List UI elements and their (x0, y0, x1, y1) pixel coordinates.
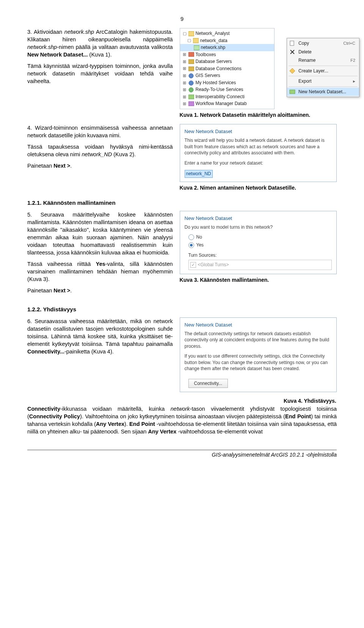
tree-node[interactable]: Database Connections (196, 66, 242, 72)
tree-node[interactable]: My Hosted Services (196, 80, 236, 86)
fig1-catalog-tree: ▢Network_Analyst ▢network_data network.s… (180, 28, 337, 109)
tree-node[interactable]: Network_Analyst (196, 30, 230, 37)
fig4-caption: Kuva 4. Yhdistävyys. (27, 397, 336, 405)
wizard-intro: This wizard will help you build a networ… (185, 137, 332, 156)
menu-create-layer[interactable]: Create Layer... (287, 67, 359, 75)
s1-p2: Tämä käynnistää wizard-tyyppisen toiminn… (27, 62, 173, 85)
fig1-caption: Kuva 1. Network Datasetin määrittelyn al… (180, 111, 337, 119)
tree-node[interactable]: Ready-To-Use Services (196, 86, 243, 93)
s3-p1: 5. Seuraava määrittelyvaihe koskee käänn… (27, 211, 173, 256)
page-footer: GIS-analyysimenetelmät ArcGIS 10.2.1 -oh… (27, 450, 337, 458)
fig2-caption: Kuva 2. Nimen antaminen Network Dataseti… (180, 184, 337, 192)
menu-new-network-dataset[interactable]: New Network Dataset... (287, 88, 359, 96)
fig4-wizard: New Network Dataset The default connecti… (180, 317, 337, 392)
svg-point-7 (189, 81, 193, 85)
tree-node[interactable]: Database Servers (196, 58, 232, 65)
tree-node[interactable]: network_data (200, 38, 228, 44)
wizard-title: New Network Dataset (185, 215, 332, 222)
svg-rect-10 (188, 102, 194, 106)
fig2-wizard: New Network Dataset This wizard will hel… (180, 124, 337, 182)
menu-rename[interactable]: RenameF2 (287, 56, 359, 65)
s2-p1: 4. Wizard-toiminnon ensimmäisessä vaihee… (27, 124, 173, 139)
svg-rect-1 (193, 38, 199, 43)
svg-rect-3 (188, 52, 194, 57)
wizard-title: New Network Dataset (185, 322, 332, 328)
tree-node[interactable]: GIS Servers (196, 72, 220, 79)
tree-node[interactable]: Interoperability Connecti (196, 94, 245, 100)
menu-delete[interactable]: Delete (287, 48, 359, 57)
s3-p3: Painetaan Next >. (27, 287, 173, 294)
tree-node[interactable]: Workflow Manager Datab (196, 100, 247, 107)
wizard-question: Do you want to model turns in this netwo… (185, 224, 332, 231)
s2-p3: Painetaan Next >. (27, 162, 173, 170)
connectivity-button[interactable]: Connectivity... (188, 379, 228, 388)
menu-copy[interactable]: CopyCtrl+C (287, 39, 359, 48)
heading-122: 1.2.2. Yhdistävyys (27, 306, 337, 314)
radio-yes[interactable]: Yes (185, 242, 332, 248)
wizard-txt2: If you want to use different connectivit… (185, 353, 332, 372)
s1-p1: 3. Aktivoidaan network.shp ArcCatalogin … (27, 28, 173, 58)
wizard-label: Enter a name for your network dataset: (185, 160, 332, 166)
svg-rect-9 (188, 95, 194, 99)
svg-rect-0 (188, 31, 194, 36)
turn-sources-list: ✓<Global Turns> (188, 260, 332, 270)
fig3-wizard: New Network Dataset Do you want to model… (180, 211, 337, 274)
wizard-name-input[interactable]: network_ND (185, 170, 213, 178)
s4-p1: 6. Seuraavassa vaiheessa määritetään, mi… (27, 317, 173, 355)
tree-node[interactable]: Toolboxes (196, 52, 216, 58)
s3-p2: Tässä vaiheessa riittää Yes-valinta, sil… (27, 260, 173, 283)
svg-marker-14 (290, 68, 295, 74)
last-para: Connectivity-ikkunassa voidaan määritell… (27, 405, 337, 435)
svg-rect-11 (290, 41, 294, 46)
svg-rect-15 (290, 90, 295, 94)
tree-node-selected[interactable]: network.shp (201, 44, 226, 51)
wizard-txt1: The default connectivity settings for ne… (185, 331, 332, 350)
menu-export[interactable]: Export▸ (287, 77, 359, 86)
wizard-title: New Network Dataset (185, 128, 332, 135)
svg-rect-4 (188, 60, 194, 64)
heading-121: 1.2.1. Käännösten mallintaminen (27, 199, 337, 207)
page-number: 9 (27, 15, 337, 23)
svg-point-8 (189, 88, 193, 92)
svg-point-6 (189, 74, 193, 78)
context-menu: CopyCtrl+C Delete RenameF2 Create Layer.… (287, 38, 359, 97)
svg-rect-5 (188, 67, 194, 71)
s2-p2: Tässä tapauksessa voidaan hyväksyä nimi-… (27, 143, 173, 158)
turn-sources-label: Turn Sources: (188, 252, 332, 259)
fig3-caption: Kuva 3. Käännösten mallintaminen. (180, 276, 337, 284)
svg-rect-2 (194, 46, 199, 50)
radio-no[interactable]: No (185, 234, 332, 240)
